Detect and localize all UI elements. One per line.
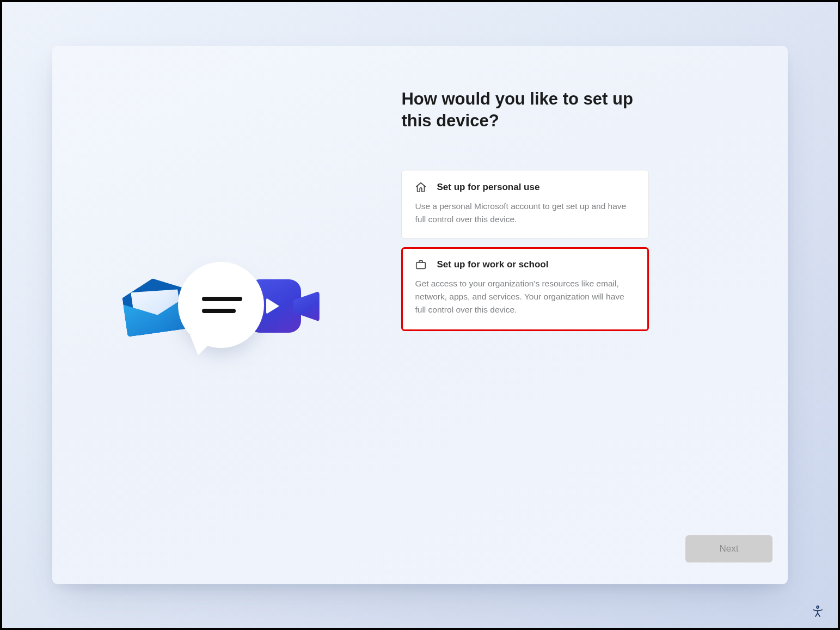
accessibility-button[interactable] bbox=[808, 603, 827, 621]
svg-point-1 bbox=[817, 606, 819, 608]
svg-rect-0 bbox=[416, 262, 426, 268]
option-work-title: Set up for work or school bbox=[437, 259, 548, 270]
option-work-school[interactable]: Set up for work or school Get access to … bbox=[401, 247, 649, 331]
setup-illustration bbox=[124, 255, 320, 375]
page-title: How would you like to set up this device… bbox=[401, 88, 657, 131]
option-personal-title: Set up for personal use bbox=[437, 182, 539, 193]
content-pane: How would you like to set up this device… bbox=[390, 46, 787, 584]
home-icon bbox=[415, 181, 427, 193]
option-personal-description: Use a personal Microsoft account to get … bbox=[415, 200, 635, 226]
option-personal[interactable]: Set up for personal use Use a personal M… bbox=[401, 170, 649, 238]
next-button[interactable]: Next bbox=[685, 535, 772, 562]
oobe-card: How would you like to set up this device… bbox=[52, 46, 788, 584]
accessibility-icon bbox=[811, 605, 824, 620]
option-work-description: Get access to your organization's resour… bbox=[415, 277, 635, 316]
chat-bubble-icon bbox=[178, 262, 264, 348]
briefcase-icon bbox=[415, 259, 427, 271]
illustration-pane bbox=[52, 46, 390, 584]
